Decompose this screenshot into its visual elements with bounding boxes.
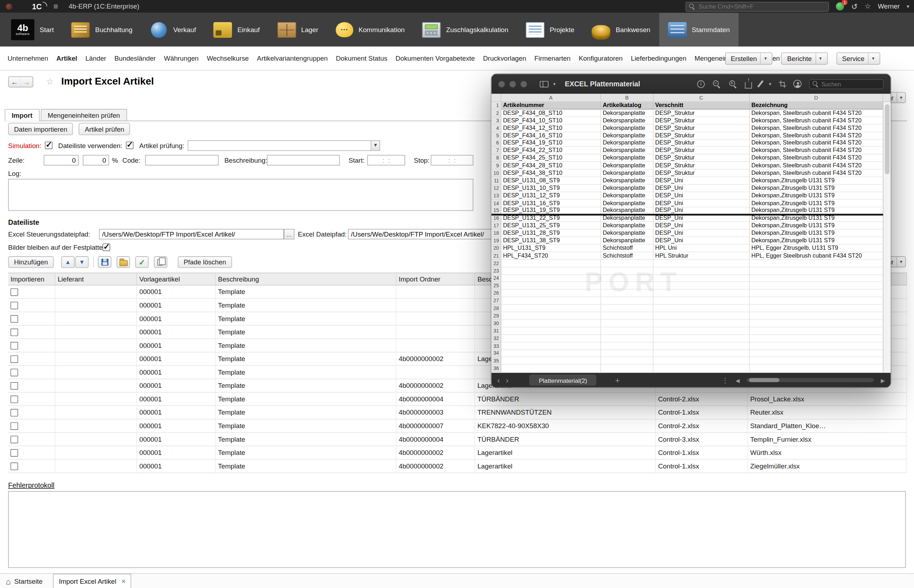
sheet-cell[interactable]: Dekorspan, Steelbrush cubanit F434 ST20: [750, 147, 883, 155]
row-number[interactable]: 31: [491, 327, 501, 335]
sheet-cell[interactable]: [750, 320, 883, 327]
row-number[interactable]: 27: [491, 297, 501, 305]
sheet-cell[interactable]: [750, 365, 883, 372]
table-row[interactable]: 000001Template4b0000000004TÜRBÄNDERContr…: [8, 433, 907, 446]
sheet-cell[interactable]: Artikelkatalog: [601, 102, 654, 110]
sheet-cell[interactable]: [654, 267, 749, 275]
excel-titlebar[interactable]: ▾ EXCEL Plattenmaterial i − + ▾: [491, 74, 890, 94]
sheet-cell[interactable]: DESP_F434_12_ST10: [501, 124, 601, 132]
sheet-cell[interactable]: [501, 282, 601, 290]
sheet-cell[interactable]: [601, 312, 654, 320]
move-down-button[interactable]: ▼: [75, 256, 89, 268]
code-input[interactable]: [145, 155, 219, 165]
menu-item-konfiguratoren[interactable]: Konfiguratoren: [579, 55, 623, 62]
sheet-cell[interactable]: [601, 282, 654, 290]
sheet-cell[interactable]: [654, 282, 749, 290]
row-number[interactable]: 30: [491, 320, 501, 327]
sheet-cell[interactable]: [654, 290, 749, 297]
sheet-cell[interactable]: [501, 305, 601, 312]
sheet-cell[interactable]: DESP_Uni: [654, 177, 749, 184]
sheet-cell[interactable]: Dekorspanplatte: [601, 177, 654, 184]
sheet-cell[interactable]: Dekorspanplatte: [601, 124, 654, 132]
sheet-cell[interactable]: [750, 260, 883, 267]
sheet-cell[interactable]: Dekorspanplatte: [601, 192, 654, 199]
sheet-cell[interactable]: [750, 297, 883, 305]
sheet-cell[interactable]: [501, 320, 601, 327]
row-number[interactable]: 19: [491, 237, 501, 245]
sheet-cell[interactable]: [601, 290, 654, 297]
action-button-service[interactable]: Service▾: [836, 52, 880, 65]
sheet-cell[interactable]: [750, 305, 883, 312]
close-traffic-light[interactable]: [498, 81, 505, 87]
row-number[interactable]: 8: [491, 155, 501, 162]
sheet-cell[interactable]: Bezeichnung: [750, 102, 883, 110]
sheet-cell[interactable]: [654, 357, 749, 365]
sheet-cell[interactable]: [601, 305, 654, 312]
vertical-scrollbar[interactable]: [883, 102, 890, 373]
excel-search-input[interactable]: [821, 81, 880, 87]
column-header-beschreibung[interactable]: Beschreibung: [216, 273, 396, 285]
simulation-checkbox[interactable]: [45, 142, 52, 149]
column-header-lieferant[interactable]: Lieferant: [55, 273, 137, 285]
sheet-cell[interactable]: [750, 342, 883, 350]
row-number[interactable]: 17: [491, 222, 501, 229]
add-sheet-icon[interactable]: +: [615, 375, 620, 384]
zoom-in-icon[interactable]: +: [729, 79, 737, 88]
row-number[interactable]: 23: [491, 267, 501, 275]
global-search-input[interactable]: [698, 3, 825, 10]
sheet-cell[interactable]: DESP_U131_12_ST9: [501, 192, 601, 199]
sheet-cell[interactable]: Dekorspanplatte: [601, 222, 654, 229]
sheet-cell[interactable]: Dekorspan, Steelbrush cubanit F434 ST20: [750, 162, 883, 170]
tab-mengeneinheiten-prüfen[interactable]: Mengeneinheiten prüfen: [41, 109, 127, 121]
startseite-button[interactable]: ⌂ Startseite: [6, 577, 42, 585]
combo-dropdown-icon[interactable]: ▼: [371, 141, 380, 150]
sheet-tab[interactable]: Plattenmaterial(2): [529, 375, 597, 386]
ribbon-section-bankwesen[interactable]: Bankwesen: [583, 13, 659, 47]
column-letter-a[interactable]: A: [501, 94, 601, 101]
pane-split-bar[interactable]: [491, 214, 883, 215]
sheet-cell[interactable]: DESP_U131_25_ST9: [501, 222, 601, 229]
row-checkbox[interactable]: [10, 449, 18, 456]
sheet-cell[interactable]: DESP_F434_25_ST10: [501, 155, 601, 162]
sheet-cell[interactable]: [601, 327, 654, 335]
row-number[interactable]: 13: [491, 192, 501, 199]
sheet-cell[interactable]: Dekorspanplatte: [601, 162, 654, 170]
hinzufuegen-button[interactable]: Hinzufügen: [8, 256, 54, 268]
sheet-cell[interactable]: [750, 335, 883, 342]
sheet-cell[interactable]: [750, 267, 883, 275]
sheet-cell[interactable]: [750, 290, 883, 297]
column-header-vorlageartikel[interactable]: Vorlageartikel: [137, 273, 216, 285]
table-row[interactable]: 000001Template4b0000000003TRENNWANDSTÜTZ…: [8, 406, 907, 420]
sheet-cell[interactable]: [501, 342, 601, 350]
table-row[interactable]: 000001Template4b0000000007KEK7822-40-90X…: [8, 420, 907, 433]
sheet-cell[interactable]: Dekorspan,Zitrusgelb U131 ST9: [750, 184, 883, 192]
sheet-cell[interactable]: DESP_F434_22_ST10: [501, 147, 601, 155]
sheet-cell[interactable]: DESP_U131_22_ST9: [501, 215, 601, 222]
sheet-cell[interactable]: [601, 260, 654, 267]
sheet-cell[interactable]: [601, 320, 654, 327]
sheet-cell[interactable]: DESP_Uni: [654, 192, 749, 199]
sheet-prev-icon[interactable]: ‹: [497, 376, 500, 384]
history-icon[interactable]: ↺: [851, 3, 857, 10]
sheet-cell[interactable]: [501, 312, 601, 320]
sheet-cell[interactable]: DESP_Uni: [654, 199, 749, 207]
menu-item-druckvorlagen[interactable]: Druckvorlagen: [483, 55, 526, 62]
action-button-erstellen[interactable]: Erstellen▾: [725, 52, 772, 65]
collaborate-icon[interactable]: [793, 80, 802, 88]
pencil-icon[interactable]: [757, 80, 764, 88]
sheet-cell[interactable]: Dekorspan,Zitrusgelb U131 ST9: [750, 237, 883, 245]
sheet-cell[interactable]: DESP_F434_38_ST10: [501, 170, 601, 177]
row-checkbox[interactable]: [10, 355, 18, 362]
artikel-pruefung-combo[interactable]: ▼: [188, 140, 380, 150]
sheet-cell[interactable]: [501, 267, 601, 275]
row-number[interactable]: 33: [491, 342, 501, 350]
row-number[interactable]: 18: [491, 229, 501, 237]
sheet-cell[interactable]: DESP_Struktur: [654, 155, 749, 162]
sheet-cell[interactable]: [501, 357, 601, 365]
row-checkbox[interactable]: [10, 409, 18, 416]
dateiliste-verwenden-checkbox[interactable]: [126, 142, 133, 149]
sheet-cell[interactable]: Dekorspan,Zitrusgelb U131 ST9: [750, 177, 883, 184]
menu-item-firmenarten[interactable]: Firmenarten: [534, 55, 571, 62]
row-number[interactable]: 24: [491, 275, 501, 282]
sheet-cell[interactable]: [601, 357, 654, 365]
